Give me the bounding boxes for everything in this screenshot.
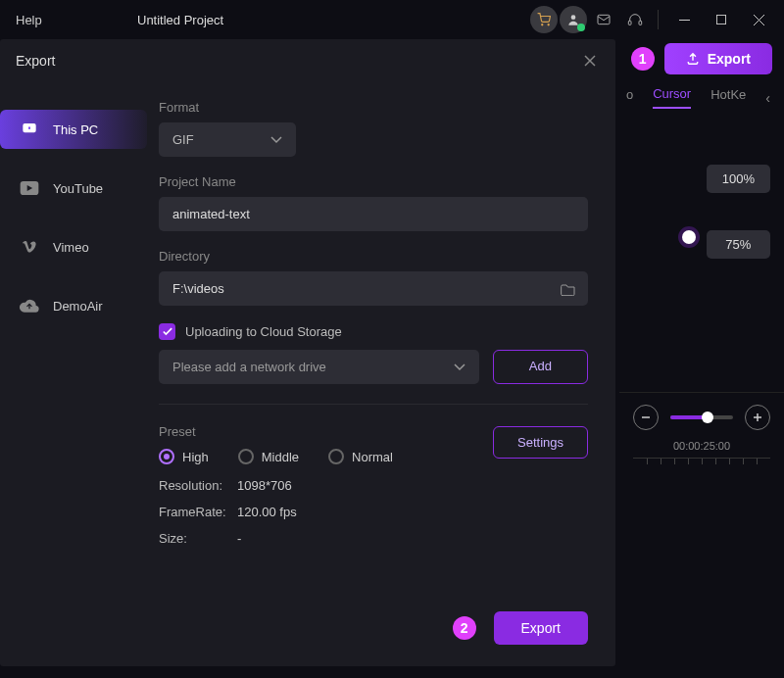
chevron-down-icon [454, 363, 466, 371]
mail-icon [596, 12, 612, 27]
svg-rect-3 [598, 15, 610, 24]
radio-normal[interactable]: Normal [328, 449, 393, 464]
sidebar-item-thispc[interactable]: This PC [0, 110, 147, 149]
minus-icon [641, 412, 651, 422]
preset-radios: High Middle Normal [159, 449, 493, 464]
plus-icon [753, 412, 762, 422]
annotation-2: 2 [453, 616, 476, 640]
cart-button[interactable] [530, 6, 558, 33]
cloud-section: Uploading to Cloud Storage Please add a … [159, 323, 588, 384]
zoom-slider-thumb[interactable] [702, 412, 713, 423]
monitor-icon [20, 121, 39, 137]
radio-high[interactable]: High [159, 449, 209, 464]
network-placeholder: Please add a network drive [172, 360, 326, 374]
export-icon [686, 52, 700, 66]
size-value: - [237, 531, 241, 546]
svg-point-2 [571, 15, 576, 20]
status-dot [577, 24, 585, 31]
projectname-input[interactable] [159, 197, 588, 231]
size-key: Size: [159, 531, 237, 546]
close-icon [754, 15, 764, 25]
zoom-out-button[interactable] [633, 405, 659, 430]
maximize-button[interactable] [704, 6, 739, 33]
svg-rect-4 [628, 21, 631, 24]
export-button-label: Export [708, 51, 751, 67]
directory-label: Directory [159, 249, 588, 264]
resolution-value: 1098*706 [237, 478, 292, 493]
export-sidebar: This PC YouTube Vimeo DemoAir [0, 82, 147, 664]
annotation-1: 1 [631, 47, 655, 71]
export-form: Format GIF Project Name Directory [147, 82, 615, 664]
titlebar-right [530, 5, 776, 34]
cloud-checkbox[interactable] [159, 323, 175, 340]
svg-rect-7 [716, 15, 725, 24]
timeline-ruler[interactable] [633, 458, 770, 469]
radio-middle[interactable]: Middle [238, 449, 299, 464]
minimize-icon [679, 15, 690, 25]
export-confirm-button[interactable]: Export [494, 611, 588, 645]
close-icon [583, 54, 597, 68]
project-title: Untitled Project [137, 13, 223, 27]
add-drive-button[interactable]: Add [493, 350, 588, 384]
preset-label: Preset [159, 424, 493, 439]
zoom-slider[interactable] [670, 415, 733, 419]
projectname-label: Project Name [159, 174, 588, 189]
slider-thumb[interactable] [682, 230, 696, 244]
framerate-key: FrameRate: [159, 505, 237, 519]
settings-button[interactable]: Settings [493, 426, 588, 459]
value-pill-1: 100% [707, 165, 770, 193]
directory-input[interactable] [159, 271, 588, 306]
mail-button[interactable] [589, 5, 618, 34]
cart-icon [537, 13, 551, 26]
bottom-actions: 2 Export [453, 611, 588, 645]
minimize-button[interactable] [666, 6, 702, 33]
chevron-left-icon[interactable]: ‹ [765, 90, 770, 106]
close-window-button[interactable] [741, 6, 776, 33]
value-pill-2: 75% [707, 230, 770, 259]
modal-body: This PC YouTube Vimeo DemoAir [0, 82, 615, 664]
right-panel-values: 100% 75% [707, 165, 770, 296]
sidebar-label: This PC [53, 122, 98, 137]
export-button-top[interactable]: Export [664, 43, 772, 74]
format-select[interactable]: GIF [159, 122, 296, 157]
format-section: Format GIF [159, 100, 588, 157]
sidebar-label: YouTube [53, 181, 103, 196]
cloud-label: Uploading to Cloud Storage [185, 324, 342, 339]
projectname-section: Project Name [159, 174, 588, 231]
headset-icon [627, 12, 643, 27]
help-menu[interactable]: Help [8, 13, 50, 27]
headset-button[interactable] [620, 5, 650, 34]
close-modal-button[interactable] [580, 51, 600, 71]
tab-hotkey[interactable]: HotKe [710, 87, 746, 108]
divider [658, 10, 659, 29]
sidebar-item-demoair[interactable]: DemoAir [0, 286, 147, 325]
zoom-controls [633, 405, 770, 430]
sidebar-label: Vimeo [53, 240, 89, 255]
title-bar: Help Untitled Project [0, 0, 784, 39]
divider [159, 404, 588, 405]
chevron-down-icon [270, 136, 282, 144]
check-icon [163, 327, 172, 336]
spec-list: Resolution:1098*706 FrameRate:120.00 fps… [159, 478, 493, 546]
tab-partial[interactable]: o [626, 87, 633, 108]
format-label: Format [159, 100, 588, 115]
account-button[interactable] [560, 6, 587, 33]
svg-point-0 [542, 24, 543, 25]
right-panel-tabs: o Cursor HotKe ‹ [626, 86, 770, 109]
vimeo-icon [20, 239, 39, 255]
maximize-icon [716, 15, 726, 24]
network-drive-select[interactable]: Please add a network drive [159, 350, 479, 384]
zoom-in-button[interactable] [745, 405, 770, 430]
tab-cursor[interactable]: Cursor [653, 86, 691, 109]
cloud-icon [20, 298, 39, 314]
format-value: GIF [172, 132, 194, 147]
browse-folder-button[interactable] [561, 282, 576, 296]
sidebar-item-youtube[interactable]: YouTube [0, 169, 147, 208]
sidebar-item-vimeo[interactable]: Vimeo [0, 227, 147, 266]
timeline-area: 00:00:25:00 [619, 392, 784, 481]
modal-header: Export [0, 39, 615, 82]
resolution-key: Resolution: [159, 478, 237, 493]
folder-icon [561, 282, 576, 296]
framerate-value: 120.00 fps [237, 505, 297, 519]
svg-point-1 [548, 24, 549, 25]
